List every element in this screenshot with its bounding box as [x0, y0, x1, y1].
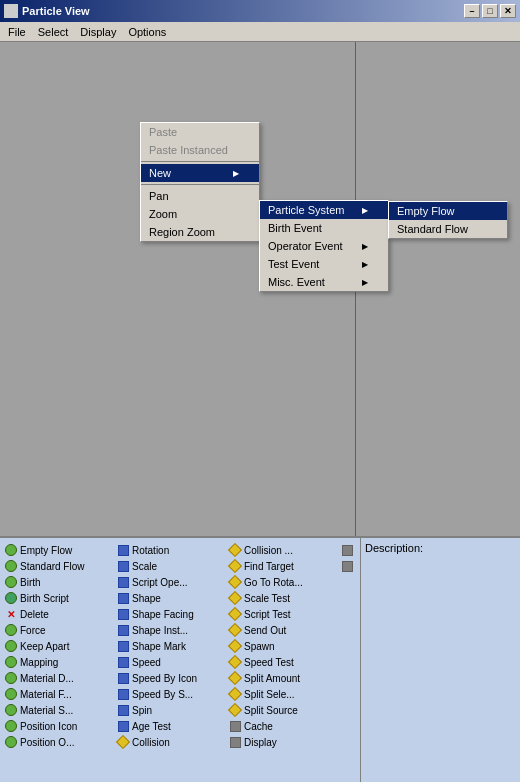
submenu-particle: Particle System ▶ Empty Flow Standard Fl… — [259, 200, 389, 292]
icon-material-s — [4, 703, 18, 717]
menu-bar: File Select Display Options — [0, 22, 520, 42]
items-list: Empty Flow Standard Flow Birth Birth Scr… — [0, 538, 360, 782]
icon-send-out — [228, 623, 242, 637]
icon-rotation — [116, 543, 130, 557]
menu-select[interactable]: Select — [32, 24, 75, 40]
icon-split-amount — [228, 671, 242, 685]
canvas-area[interactable]: Paste Paste Instanced New ▶ Particle Sys… — [0, 42, 355, 536]
list-item[interactable]: Birth — [2, 574, 114, 590]
list-item[interactable]: Material D... — [2, 670, 114, 686]
icon-keep-apart — [4, 639, 18, 653]
icon-spin — [116, 703, 130, 717]
icon-position-icon — [4, 719, 18, 733]
cm-zoom[interactable]: Zoom — [141, 205, 259, 223]
list-item[interactable]: Empty Flow — [2, 542, 114, 558]
icon-speed-by-icon — [116, 671, 130, 685]
list-item[interactable]: Keep Apart — [2, 638, 114, 654]
list-item[interactable]: Go To Rota... — [226, 574, 338, 590]
close-button[interactable]: ✕ — [500, 4, 516, 18]
list-item[interactable]: Speed By S... — [114, 686, 226, 702]
icon-split-sele — [228, 687, 242, 701]
icon-shape-facing — [116, 607, 130, 621]
icon-script-test — [228, 607, 242, 621]
list-item[interactable]: Material F... — [2, 686, 114, 702]
icon-find-target — [228, 559, 242, 573]
icon-scale — [116, 559, 130, 573]
list-item[interactable]: Mapping — [2, 654, 114, 670]
icon-force — [4, 623, 18, 637]
list-item[interactable]: Collision ... — [226, 542, 338, 558]
menu-display[interactable]: Display — [74, 24, 122, 40]
list-col-2: Rotation Scale Script Ope... Shape Shape… — [114, 542, 226, 750]
list-item[interactable]: Standard Flow — [2, 558, 114, 574]
icon-go-to-rota — [228, 575, 242, 589]
sm-empty-flow[interactable]: Empty Flow — [389, 202, 507, 220]
icon-material-d — [4, 671, 18, 685]
sm-birth-event[interactable]: Birth Event — [260, 219, 388, 237]
bottom-panel: Empty Flow Standard Flow Birth Birth Scr… — [0, 536, 520, 782]
list-item[interactable]: Shape — [114, 590, 226, 606]
list-item[interactable]: Shape Mark — [114, 638, 226, 654]
cm-region-zoom[interactable]: Region Zoom — [141, 223, 259, 241]
icon-empty-flow — [4, 543, 18, 557]
cm-paste[interactable]: Paste — [141, 123, 259, 141]
description-panel: Description: — [360, 538, 520, 782]
list-item[interactable]: Shape Facing — [114, 606, 226, 622]
sm-standard-flow[interactable]: Standard Flow — [389, 220, 507, 238]
list-item[interactable]: Collision — [114, 734, 226, 750]
icon-speed-test — [228, 655, 242, 669]
minimize-button[interactable]: – — [464, 4, 480, 18]
icon-mapping — [4, 655, 18, 669]
list-item[interactable]: Split Amount — [226, 670, 338, 686]
context-menu-container: Paste Paste Instanced New ▶ Particle Sys… — [140, 122, 260, 242]
menu-options[interactable]: Options — [122, 24, 172, 40]
submenu-flow: Empty Flow Standard Flow — [388, 201, 508, 239]
list-item[interactable]: Spawn — [226, 638, 338, 654]
list-item[interactable]: Script Ope... — [114, 574, 226, 590]
list-item[interactable]: Script Test — [226, 606, 338, 622]
list-item[interactable]: Display — [226, 734, 338, 750]
list-item[interactable]: Speed By Icon — [114, 670, 226, 686]
list-item[interactable]: Position O... — [2, 734, 114, 750]
list-item[interactable]: Send Out — [226, 622, 338, 638]
sm-test-event[interactable]: Test Event ▶ — [260, 255, 388, 273]
list-item[interactable]: Age Test — [114, 718, 226, 734]
cm-sep2 — [141, 184, 259, 185]
title-buttons: – □ ✕ — [464, 4, 516, 18]
list-item[interactable]: Force — [2, 622, 114, 638]
menu-file[interactable]: File — [2, 24, 32, 40]
list-item[interactable]: Speed — [114, 654, 226, 670]
sm-operator-event[interactable]: Operator Event ▶ — [260, 237, 388, 255]
cm-new[interactable]: New ▶ Particle System ▶ Empty Flow — [141, 164, 259, 182]
icon-position-o — [4, 735, 18, 749]
list-item[interactable]: Spin — [114, 702, 226, 718]
list-item[interactable]: Split Source — [226, 702, 338, 718]
icon-delete: ✕ — [4, 607, 18, 621]
cm-pan[interactable]: Pan — [141, 187, 259, 205]
cm-paste-instanced[interactable]: Paste Instanced — [141, 141, 259, 159]
list-item[interactable]: ✕Delete — [2, 606, 114, 622]
list-item[interactable]: Position Icon — [2, 718, 114, 734]
list-item[interactable]: Rotation — [114, 542, 226, 558]
sm-misc-event[interactable]: Misc. Event ▶ — [260, 273, 388, 291]
list-item[interactable]: Material S... — [2, 702, 114, 718]
list-item[interactable]: Cache — [226, 718, 338, 734]
list-item[interactable] — [338, 542, 358, 558]
list-item[interactable]: Scale Test — [226, 590, 338, 606]
icon-shape-mark — [116, 639, 130, 653]
context-menu: Paste Paste Instanced New ▶ Particle Sys… — [140, 122, 260, 242]
icon-shape-inst — [116, 623, 130, 637]
sm-particle-system[interactable]: Particle System ▶ Empty Flow Standard Fl… — [260, 201, 388, 219]
icon-cache — [228, 719, 242, 733]
list-item[interactable] — [338, 558, 358, 574]
icon-birth — [4, 575, 18, 589]
list-item[interactable]: Scale — [114, 558, 226, 574]
icon-collision-dots — [228, 543, 242, 557]
list-item[interactable]: Shape Inst... — [114, 622, 226, 638]
icon-shape — [116, 591, 130, 605]
maximize-button[interactable]: □ — [482, 4, 498, 18]
list-item[interactable]: Speed Test — [226, 654, 338, 670]
list-item[interactable]: Birth Script — [2, 590, 114, 606]
list-item[interactable]: Split Sele... — [226, 686, 338, 702]
list-item[interactable]: Find Target — [226, 558, 338, 574]
